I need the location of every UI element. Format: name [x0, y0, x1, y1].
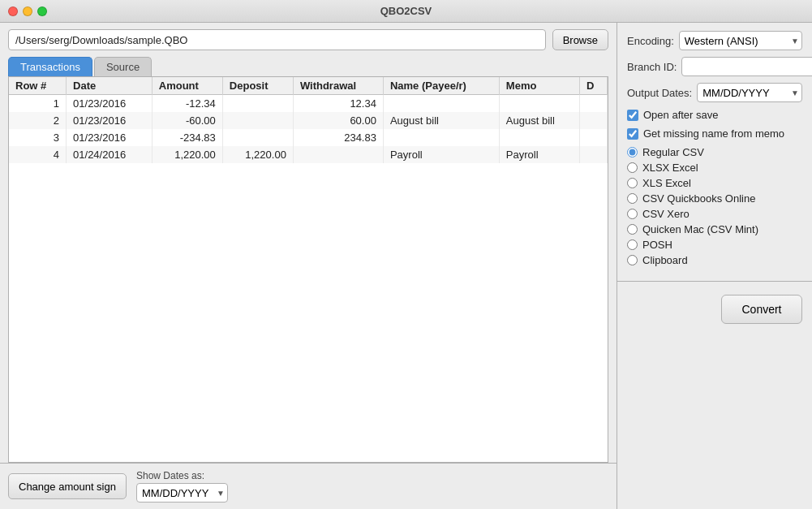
open-after-save-row: Open after save [627, 109, 802, 121]
titlebar: QBO2CSV [0, 0, 812, 23]
format-radio-posh[interactable] [627, 239, 638, 250]
format-radio-csv-quickbooks-online[interactable] [627, 193, 638, 204]
col-header-memo: Memo [499, 77, 579, 95]
col-header-amount: Amount [152, 77, 222, 95]
convert-area: Convert [617, 281, 812, 330]
output-dates-row: Output Dates: MM/DD/YYYY DD/MM/YYYY YYYY… [627, 83, 802, 102]
close-button[interactable] [8, 6, 18, 16]
format-radio-row: CSV Quickbooks Online [627, 192, 802, 205]
format-radio-row: CSV Xero [627, 208, 802, 220]
format-radio-label: XLSX Excel [642, 162, 698, 174]
tab-source[interactable]: Source [94, 57, 152, 76]
right-panel: Encoding: Western (ANSI) UTF-8 Unicode ▼… [617, 23, 812, 281]
format-radio-quicken-mac-(csv-mint)[interactable] [627, 224, 638, 235]
right-panel-wrapper: Encoding: Western (ANSI) UTF-8 Unicode ▼… [617, 23, 812, 509]
format-radio-row: POSH [627, 239, 802, 251]
get-missing-name-row: Get missing name from memo [627, 127, 802, 140]
format-radio-row: Quicken Mac (CSV Mint) [627, 223, 802, 235]
table-row: 101/23/2016-12.3412.34 [9, 95, 608, 113]
get-missing-name-checkbox[interactable] [627, 128, 638, 140]
maximize-button[interactable] [37, 6, 47, 16]
show-dates-group: Show Dates as: MM/DD/YYYY DD/MM/YYYY YYY… [136, 470, 228, 503]
table-row: 201/23/2016-60.0060.00August billAugust … [9, 112, 608, 129]
format-radio-row: XLS Excel [627, 177, 802, 189]
format-radio-label: Quicken Mac (CSV Mint) [642, 223, 758, 235]
browse-button[interactable]: Browse [552, 29, 608, 50]
main-content: Browse Transactions Source Row # Date Am… [0, 23, 812, 509]
transactions-table-container: Row # Date Amount Deposit Withdrawal Nam… [8, 76, 608, 463]
format-radio-label: CSV Quickbooks Online [642, 192, 755, 205]
open-after-save-checkbox[interactable] [627, 110, 638, 121]
col-header-withdrawal: Withdrawal [293, 77, 383, 95]
format-radio-regular-csv[interactable] [627, 147, 638, 157]
branch-id-input[interactable] [681, 57, 812, 76]
bottom-bar: Change amount sign Show Dates as: MM/DD/… [0, 463, 617, 509]
col-header-row: Row # [9, 77, 67, 95]
format-radio-label: XLS Excel [642, 177, 691, 189]
col-header-deposit: Deposit [222, 77, 293, 95]
format-radio-label: Regular CSV [642, 146, 704, 158]
format-radio-row: Regular CSV [627, 146, 802, 158]
tabs-bar: Transactions Source [0, 57, 617, 76]
format-radio-csv-xero[interactable] [627, 209, 638, 219]
filepath-input[interactable] [8, 29, 546, 50]
encoding-label: Encoding: [627, 35, 674, 47]
col-header-name: Name (Payee/r) [383, 77, 499, 95]
format-radio-label: CSV Xero [642, 208, 690, 220]
encoding-select-wrap: Western (ANSI) UTF-8 Unicode ▼ [679, 31, 802, 50]
show-dates-select-wrap: MM/DD/YYYY DD/MM/YYYY YYYY/MM/DD ▼ [136, 483, 228, 503]
format-radio-row: Clipboard [627, 254, 802, 266]
show-dates-select[interactable]: MM/DD/YYYY DD/MM/YYYY YYYY/MM/DD [136, 483, 228, 503]
format-radio-clipboard[interactable] [627, 255, 638, 265]
format-radio-label: POSH [642, 239, 672, 251]
format-radio-xls-excel[interactable] [627, 178, 638, 188]
format-radio-group: Regular CSVXLSX ExcelXLS ExcelCSV Quickb… [627, 146, 802, 266]
open-after-save-label: Open after save [643, 109, 719, 121]
transactions-table: Row # Date Amount Deposit Withdrawal Nam… [9, 77, 608, 163]
minimize-button[interactable] [23, 6, 32, 16]
encoding-select[interactable]: Western (ANSI) UTF-8 Unicode [679, 31, 802, 50]
col-header-date: Date [67, 77, 153, 95]
get-missing-name-label: Get missing name from memo [643, 127, 784, 140]
tab-transactions[interactable]: Transactions [8, 57, 92, 76]
table-row: 401/24/20161,220.001,220.00PayrollPayrol… [9, 146, 608, 163]
col-header-d: D [579, 77, 607, 95]
output-dates-select-wrap: MM/DD/YYYY DD/MM/YYYY YYYY/MM/DD ▼ [697, 83, 802, 102]
window-controls [8, 6, 47, 16]
table-row: 301/23/2016-234.83234.83 [9, 129, 608, 146]
show-dates-label: Show Dates as: [136, 470, 228, 481]
format-radio-label: Clipboard [642, 254, 688, 266]
left-panel: Browse Transactions Source Row # Date Am… [0, 23, 617, 509]
convert-button[interactable]: Convert [721, 295, 802, 324]
format-radio-xlsx-excel[interactable] [627, 162, 638, 173]
branch-id-label: Branch ID: [627, 61, 677, 73]
encoding-row: Encoding: Western (ANSI) UTF-8 Unicode ▼ [627, 31, 802, 50]
output-dates-label: Output Dates: [627, 87, 692, 99]
format-radio-row: XLSX Excel [627, 162, 802, 174]
window-title: QBO2CSV [380, 5, 432, 17]
filepath-bar: Browse [0, 23, 617, 57]
branch-id-row: Branch ID: [627, 57, 802, 76]
output-dates-select[interactable]: MM/DD/YYYY DD/MM/YYYY YYYY/MM/DD [697, 83, 802, 102]
change-amount-button[interactable]: Change amount sign [8, 473, 127, 499]
